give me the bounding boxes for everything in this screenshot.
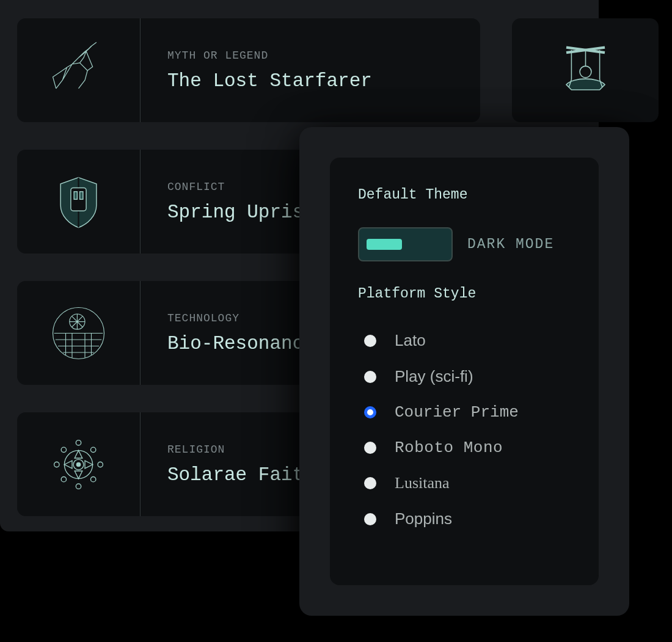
- sun-mandala-icon: [46, 432, 111, 497]
- font-option-courier-prime[interactable]: Courier Prime: [364, 403, 571, 421]
- card-text-col: RELIGION Solarae Faith: [141, 443, 315, 486]
- radio-icon-selected: [364, 406, 376, 418]
- font-option-label: Lato: [395, 331, 426, 350]
- theme-toggle-row: DARK MODE: [358, 227, 571, 261]
- font-option-label: Play (sci-fi): [395, 367, 473, 386]
- toggle-switch-knob: [367, 239, 402, 250]
- card-title: The Lost Starfarer: [167, 70, 372, 92]
- svg-point-26: [61, 476, 66, 481]
- marionette-icon: [553, 38, 618, 103]
- card-icon-col: [17, 150, 141, 254]
- font-option-label: Courier Prime: [395, 403, 519, 421]
- svg-point-22: [54, 462, 59, 467]
- svg-point-18: [76, 462, 80, 466]
- settings-inner: Default Theme DARK MODE Platform Style L…: [330, 158, 599, 585]
- settings-panel: Default Theme DARK MODE Platform Style L…: [299, 127, 629, 616]
- entry-card-myth[interactable]: MYTH OR LEGEND The Lost Starfarer: [17, 18, 480, 122]
- svg-point-33: [580, 66, 591, 78]
- font-option-label: Roboto Mono: [395, 439, 503, 457]
- svg-point-23: [98, 462, 103, 467]
- font-option-label: Poppins: [395, 509, 452, 528]
- svg-rect-2: [80, 191, 83, 199]
- card-category: RELIGION: [167, 443, 315, 456]
- style-section-label: Platform Style: [358, 286, 571, 302]
- svg-point-24: [61, 447, 66, 452]
- card-icon-col: [17, 18, 141, 122]
- entry-card-side[interactable]: [512, 18, 659, 122]
- radio-icon: [364, 371, 376, 383]
- svg-point-25: [90, 447, 95, 452]
- font-option-lusitana[interactable]: Lusitana: [364, 474, 571, 492]
- card-text-col: MYTH OR LEGEND The Lost Starfarer: [141, 49, 372, 92]
- card-icon-col: [17, 412, 141, 516]
- dark-mode-toggle[interactable]: [358, 227, 453, 261]
- unicorn-icon: [46, 38, 111, 103]
- font-option-poppins[interactable]: Poppins: [364, 509, 571, 528]
- font-radio-list: Lato Play (sci-fi) Courier Prime Roboto …: [358, 331, 571, 528]
- card-title: Solarae Faith: [167, 464, 315, 486]
- radio-icon: [364, 477, 376, 489]
- svg-point-20: [76, 440, 81, 445]
- svg-point-27: [90, 476, 95, 481]
- font-option-play[interactable]: Play (sci-fi): [364, 367, 571, 386]
- shield-helmet-icon: [46, 170, 111, 234]
- theme-section-label: Default Theme: [358, 187, 571, 203]
- svg-point-21: [76, 484, 81, 489]
- svg-rect-0: [71, 188, 86, 211]
- radio-icon: [364, 513, 376, 525]
- card-category: MYTH OR LEGEND: [167, 49, 372, 62]
- font-option-roboto-mono[interactable]: Roboto Mono: [364, 439, 571, 457]
- font-option-label: Lusitana: [395, 474, 450, 492]
- dark-mode-label: DARK MODE: [467, 236, 554, 252]
- card-icon-col: [17, 281, 141, 385]
- radio-icon: [364, 442, 376, 454]
- radio-icon: [364, 335, 376, 347]
- tech-sphere-icon: [46, 301, 111, 365]
- svg-rect-1: [74, 191, 77, 199]
- font-option-lato[interactable]: Lato: [364, 331, 571, 350]
